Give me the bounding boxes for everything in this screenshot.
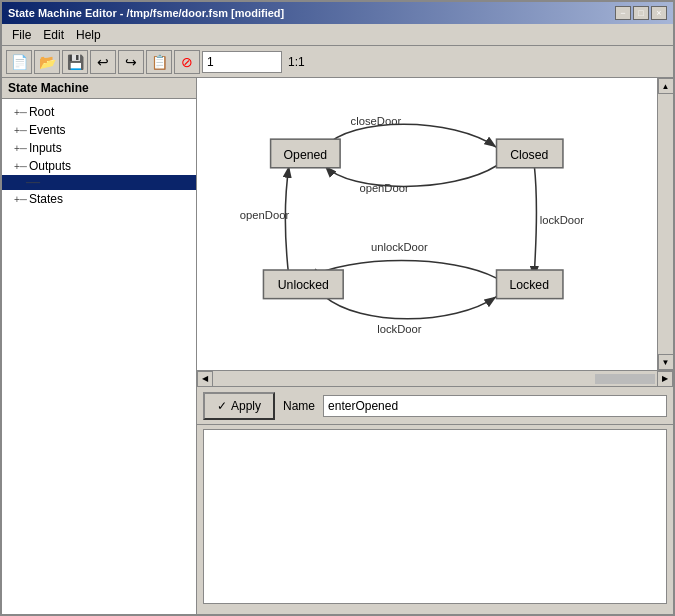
- redo-button[interactable]: ↪: [118, 50, 144, 74]
- text-area-panel: [203, 429, 667, 604]
- stop-button[interactable]: ⊘: [174, 50, 200, 74]
- close-button[interactable]: ×: [651, 6, 667, 20]
- undo-button[interactable]: ↩: [90, 50, 116, 74]
- state-closed-label: Closed: [510, 148, 548, 162]
- expand-icon: ──: [26, 177, 40, 188]
- code-textarea[interactable]: [204, 430, 666, 603]
- horizontal-scrollbar: ◀ ▶: [197, 370, 673, 386]
- canvas-area[interactable]: closeDoor openDoor lockDoor unlockDoor: [197, 78, 657, 370]
- bottom-toolbar: ✓ Apply Name: [197, 387, 673, 425]
- tree-item-label: Events: [29, 123, 66, 137]
- save-icon: 💾: [67, 54, 84, 70]
- expand-icon: +─: [14, 107, 27, 118]
- canvas-row: closeDoor openDoor lockDoor unlockDoor: [197, 78, 673, 370]
- expand-icon: +─: [14, 143, 27, 154]
- main-content: State Machine +─ Root +─ Events +─ Input…: [2, 78, 673, 614]
- apply-button[interactable]: ✓ Apply: [203, 392, 275, 420]
- redo-icon: ↪: [125, 54, 137, 70]
- tree-item-events[interactable]: +─ Events: [2, 121, 196, 139]
- transition-label-lockDoor-bottom: lockDoor: [377, 323, 422, 335]
- transition-label-closeDoor: closeDoor: [351, 115, 402, 127]
- scroll-up-button[interactable]: ▲: [658, 78, 674, 94]
- expand-icon: +─: [14, 194, 27, 205]
- expand-icon: +─: [14, 125, 27, 136]
- main-window: State Machine Editor - /tmp/fsme/door.fs…: [0, 0, 675, 616]
- transition-label-lockDoor-right: lockDoor: [540, 214, 585, 226]
- name-label: Name: [283, 399, 315, 413]
- minimize-button[interactable]: −: [615, 6, 631, 20]
- expand-icon: +─: [14, 161, 27, 172]
- scroll-thumb-h[interactable]: [595, 374, 655, 384]
- maximize-button[interactable]: □: [633, 6, 649, 20]
- stop-icon: ⊘: [181, 54, 193, 70]
- right-panel: closeDoor openDoor lockDoor unlockDoor: [197, 78, 673, 614]
- tree-item-output-child[interactable]: ──: [2, 175, 196, 190]
- scroll-right-button[interactable]: ▶: [657, 371, 673, 387]
- export-icon: 📋: [151, 54, 168, 70]
- menubar: File Edit Help: [2, 24, 673, 46]
- tree-item-inputs[interactable]: +─ Inputs: [2, 139, 196, 157]
- zoom-display: 1:1: [284, 55, 309, 69]
- new-button[interactable]: 📄: [6, 50, 32, 74]
- menu-file[interactable]: File: [6, 26, 37, 44]
- new-icon: 📄: [11, 54, 28, 70]
- tree-item-label: States: [29, 192, 63, 206]
- state-opened-label: Opened: [284, 148, 328, 162]
- tree-item-root[interactable]: +─ Root: [2, 103, 196, 121]
- export-button[interactable]: 📋: [146, 50, 172, 74]
- tree-item-label: Inputs: [29, 141, 62, 155]
- tree-item-label: Root: [29, 105, 54, 119]
- canvas-scroll-container: closeDoor openDoor lockDoor unlockDoor: [197, 78, 673, 386]
- scroll-down-button[interactable]: ▼: [658, 354, 674, 370]
- bottom-panel: ✓ Apply Name: [197, 386, 673, 614]
- name-input[interactable]: [323, 395, 667, 417]
- state-unlocked-label: Unlocked: [278, 278, 329, 292]
- state-locked-label: Locked: [509, 278, 549, 292]
- window-controls: − □ ×: [615, 6, 667, 20]
- open-button[interactable]: 📂: [34, 50, 60, 74]
- scroll-left-button[interactable]: ◀: [197, 371, 213, 387]
- transition-label-openDoor-left: openDoor: [240, 209, 290, 221]
- menu-edit[interactable]: Edit: [37, 26, 70, 44]
- vertical-scrollbar: ▲ ▼: [657, 78, 673, 370]
- menu-help[interactable]: Help: [70, 26, 107, 44]
- save-button[interactable]: 💾: [62, 50, 88, 74]
- scroll-track-h[interactable]: [213, 374, 593, 384]
- apply-label: Apply: [231, 399, 261, 413]
- sidebar: State Machine +─ Root +─ Events +─ Input…: [2, 78, 197, 614]
- checkmark-icon: ✓: [217, 399, 227, 413]
- transition-label-openDoor-top: openDoor: [359, 182, 409, 194]
- diagram-svg: closeDoor openDoor lockDoor unlockDoor: [197, 78, 657, 370]
- undo-icon: ↩: [97, 54, 109, 70]
- tree-item-states[interactable]: +─ States: [2, 190, 196, 208]
- transition-label-unlockDoor: unlockDoor: [371, 241, 428, 253]
- tree-item-label: Outputs: [29, 159, 71, 173]
- titlebar: State Machine Editor - /tmp/fsme/door.fs…: [2, 2, 673, 24]
- tree: +─ Root +─ Events +─ Inputs +─ Outputs ─…: [2, 99, 196, 212]
- open-icon: 📂: [39, 54, 56, 70]
- toolbar: 📄 📂 💾 ↩ ↪ 📋 ⊘ 1:1: [2, 46, 673, 78]
- tree-item-outputs[interactable]: +─ Outputs: [2, 157, 196, 175]
- sidebar-header: State Machine: [2, 78, 196, 99]
- zoom-input[interactable]: [202, 51, 282, 73]
- window-title: State Machine Editor - /tmp/fsme/door.fs…: [8, 7, 284, 19]
- bottom-spacer: [197, 608, 673, 614]
